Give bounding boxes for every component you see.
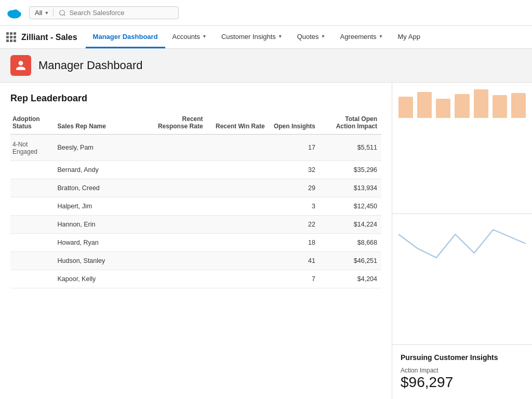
table-row: 4-NotEngaged Beesly, Pam 17 $5,511	[10, 135, 381, 161]
person-icon	[15, 60, 26, 71]
cell-name: Bernard, Andy	[56, 161, 145, 179]
col-sales-rep-name: Sales Rep Name	[56, 112, 145, 135]
app-name: Zilliant - Sales	[6, 26, 86, 48]
cell-status	[10, 197, 56, 216]
agreements-chevron-icon: ▼	[379, 34, 383, 39]
app-name-label: Zilliant - Sales	[21, 33, 77, 42]
bar-chart-bar	[511, 93, 526, 118]
customer-insights-chevron-icon: ▼	[278, 34, 283, 39]
cell-name: Howard, Ryan	[56, 234, 145, 252]
topbar: All ▼	[0, 0, 532, 26]
cell-name: Hudson, Stanley	[56, 252, 145, 270]
bar-chart	[398, 89, 526, 120]
cell-name: Beesly, Pam	[56, 135, 145, 161]
cell-status	[10, 234, 56, 252]
cell-open-insights: 18	[269, 234, 320, 252]
cell-win-rate	[207, 270, 269, 288]
right-panel: Pursuing Customer Insights Action Impact…	[392, 83, 532, 399]
cell-status: 4-NotEngaged	[10, 135, 56, 161]
cell-action-impact: $13,934	[320, 179, 381, 197]
search-type-dropdown[interactable]: All ▼	[35, 9, 54, 17]
cell-response-rate	[145, 234, 207, 252]
search-bar[interactable]: All ▼	[29, 6, 179, 19]
bar-chart-bar	[474, 89, 488, 118]
cell-win-rate	[207, 179, 269, 197]
cell-response-rate	[145, 252, 207, 270]
cell-response-rate	[145, 216, 207, 234]
cell-open-insights: 7	[269, 270, 320, 288]
cell-name: Kapoor, Kelly	[56, 270, 145, 288]
leaderboard-title: Rep Leaderboard	[10, 93, 381, 104]
dropdown-chevron-icon: ▼	[44, 10, 49, 16]
cell-open-insights: 17	[269, 135, 320, 161]
table-row: Hudson, Stanley 41 $46,251	[10, 252, 381, 270]
search-input[interactable]	[69, 9, 173, 17]
insights-card-title: Pursuing Customer Insights	[401, 353, 524, 362]
cell-open-insights: 29	[269, 179, 320, 197]
col-win-rate: Recent Win Rate	[207, 112, 269, 135]
cell-response-rate	[145, 197, 207, 216]
col-action-impact: Total OpenAction Impact	[320, 112, 381, 135]
table-row: Bernard, Andy 32 $35,296	[10, 161, 381, 179]
leaderboard-table-body: 4-NotEngaged Beesly, Pam 17 $5,511 Berna…	[10, 135, 381, 288]
cell-action-impact: $4,204	[320, 270, 381, 288]
page-title: Manager Dashboard	[38, 59, 143, 72]
page-header: Manager Dashboard	[0, 49, 532, 83]
table-row: Kapoor, Kelly 7 $4,204	[10, 270, 381, 288]
cell-response-rate	[145, 161, 207, 179]
cell-win-rate	[207, 197, 269, 216]
cell-action-impact: $46,251	[320, 252, 381, 270]
cell-response-rate	[145, 179, 207, 197]
cell-win-rate	[207, 135, 269, 161]
cell-action-impact: $14,224	[320, 216, 381, 234]
svg-point-4	[60, 10, 64, 15]
bar-chart-bar	[417, 92, 432, 118]
cell-action-impact: $5,511	[320, 135, 381, 161]
bar-chart-bar	[455, 94, 469, 118]
cell-status	[10, 216, 56, 234]
cell-win-rate	[207, 252, 269, 270]
cell-action-impact: $35,296	[320, 161, 381, 179]
page-header-icon	[10, 55, 31, 76]
cell-open-insights: 22	[269, 216, 320, 234]
col-adoption-status: AdoptionStatus	[10, 112, 56, 135]
cell-open-insights: 32	[269, 161, 320, 179]
nav-item-agreements[interactable]: Agreements ▼	[333, 26, 391, 48]
app-launcher-icon[interactable]	[6, 32, 16, 42]
cell-win-rate	[207, 216, 269, 234]
nav-item-quotes[interactable]: Quotes ▼	[290, 26, 333, 48]
search-icon	[59, 9, 66, 17]
cell-response-rate	[145, 270, 207, 288]
cell-open-insights: 41	[269, 252, 320, 270]
table-row: Howard, Ryan 18 $8,668	[10, 234, 381, 252]
line-chart-card	[392, 214, 532, 345]
col-open-insights: Open Insights	[269, 112, 320, 135]
quotes-chevron-icon: ▼	[321, 34, 326, 39]
bar-chart-bar	[436, 99, 450, 118]
nav-item-manager-dashboard[interactable]: Manager Dashboard	[86, 26, 165, 48]
cell-status	[10, 161, 56, 179]
salesforce-logo	[6, 5, 23, 21]
cell-action-impact: $8,668	[320, 234, 381, 252]
table-row: Bratton, Creed 29 $13,934	[10, 179, 381, 197]
action-impact-label: Action Impact	[401, 367, 524, 374]
cell-name: Bratton, Creed	[56, 179, 145, 197]
leaderboard-table: AdoptionStatus Sales Rep Name RecentResp…	[10, 112, 381, 288]
navbar: Zilliant - Sales Manager Dashboard Accou…	[0, 26, 532, 49]
accounts-chevron-icon: ▼	[202, 34, 207, 39]
cell-name: Halpert, Jim	[56, 197, 145, 216]
bar-chart-bar	[398, 97, 413, 118]
line-chart	[398, 220, 526, 267]
bar-chart-card	[392, 83, 532, 214]
col-response-rate: RecentResponse Rate	[145, 112, 207, 135]
cell-response-rate	[145, 135, 207, 161]
table-row: Hannon, Erin 22 $14,224	[10, 216, 381, 234]
nav-item-customer-insights[interactable]: Customer Insights ▼	[214, 26, 290, 48]
pursuing-insights-card: Pursuing Customer Insights Action Impact…	[392, 345, 532, 399]
nav-item-my-app[interactable]: My App	[391, 26, 428, 48]
svg-line-5	[64, 14, 65, 16]
cell-name: Hannon, Erin	[56, 216, 145, 234]
nav-item-accounts[interactable]: Accounts ▼	[165, 26, 214, 48]
cell-status	[10, 179, 56, 197]
cell-win-rate	[207, 161, 269, 179]
